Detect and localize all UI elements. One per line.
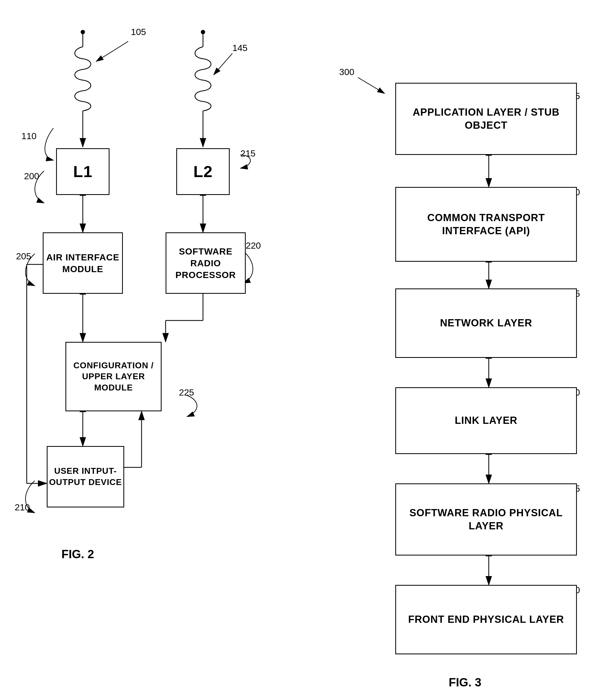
box-common-transport: COMMON TRANSPORT INTERFACE (API) <box>395 187 577 262</box>
box-l2: L2 <box>176 148 230 195</box>
box-software-radio-physical: SOFTWARE RADIO PHYSICAL LAYER <box>395 483 577 555</box>
ref-145: 145 <box>232 43 248 53</box>
ref-105: 105 <box>131 27 146 37</box>
fig2-label: FIG. 2 <box>61 548 94 561</box>
box-network-layer: NETWORK LAYER <box>395 289 577 358</box>
svg-line-9 <box>96 42 128 61</box>
ref-215: 215 <box>241 148 256 159</box>
ref-300: 300 <box>339 67 354 77</box>
ref-225: 225 <box>179 387 194 398</box>
box-software-radio-processor: SOFTWARE RADIO PROCESSOR <box>166 232 246 294</box>
svg-line-13 <box>214 53 232 75</box>
box-user-io-device: USER INTPUT-OUTPUT DEVICE <box>47 446 124 507</box>
ref-110: 110 <box>21 131 36 141</box>
box-air-interface-module: AIR INTERFACE MODULE <box>43 232 123 294</box>
ref-210: 210 <box>15 502 30 512</box>
box-app-layer-stub: APPLICATION LAYER / STUB OBJECT <box>395 83 577 155</box>
box-link-layer: LINK LAYER <box>395 387 577 454</box>
svg-point-11 <box>201 30 205 34</box>
diagram-container: 105 110 L1 200 145 L2 215 205 AIR INTERF… <box>0 0 602 700</box>
box-front-end-physical: FRONT END PHYSICAL LAYER <box>395 585 577 654</box>
ref-205: 205 <box>16 251 31 261</box>
svg-line-26 <box>358 77 384 94</box>
ref-200: 200 <box>24 171 39 181</box>
box-l1: L1 <box>56 148 109 195</box>
fig3-label: FIG. 3 <box>449 676 481 689</box>
ref-220: 220 <box>246 240 261 251</box>
box-config-upper-layer: CONFIGURATION / UPPER LAYER MODULE <box>66 342 161 411</box>
svg-point-7 <box>81 30 85 34</box>
